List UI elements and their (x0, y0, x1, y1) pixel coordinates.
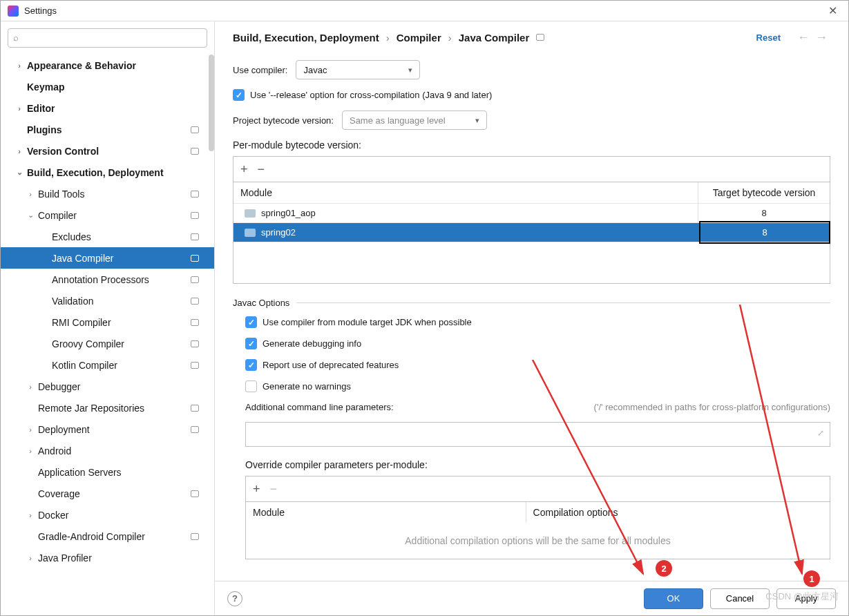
sidebar-item-editor[interactable]: ›Editor (1, 97, 214, 119)
release-label: Use '--release' option for cross-compila… (250, 90, 492, 100)
add-icon[interactable]: + (253, 482, 260, 497)
module-badge-icon (191, 340, 199, 347)
sidebar-item-plugins[interactable]: Plugins (1, 119, 214, 140)
target-version-cell[interactable]: 8 (698, 203, 830, 223)
override-label: Override compiler parameters per-module: (245, 459, 830, 470)
opt-module-jdk-checkbox[interactable]: ✓ (245, 316, 257, 328)
sidebar-item-label: Validation (52, 296, 93, 307)
sidebar-item-gradle-android-compiler[interactable]: Gradle-Android Compiler (1, 526, 214, 547)
back-icon[interactable]: ← (794, 30, 812, 45)
forward-icon[interactable]: → (812, 30, 830, 45)
sidebar-item-label: Java Compiler (52, 253, 113, 264)
sidebar-item-version-control[interactable]: ›Version Control (1, 140, 214, 162)
sidebar-item-label: Annotation Processors (52, 274, 149, 285)
sidebar-item-build-execution-deployment[interactable]: ⌄Build, Execution, Deployment (1, 162, 214, 183)
sidebar-item-java-profiler[interactable]: ›Java Profiler (1, 547, 214, 568)
project-bytecode-dropdown[interactable]: Same as language level ▾ (342, 110, 487, 130)
settings-tree: ›Appearance & BehaviorKeymap›EditorPlugi… (1, 55, 214, 615)
sidebar-item-label: Version Control (27, 146, 99, 157)
chevron-icon: › (15, 104, 24, 113)
sidebar-item-label: Appearance & Behavior (27, 60, 136, 71)
opt-no-warnings-checkbox[interactable] (245, 381, 257, 392)
search-input[interactable] (8, 28, 207, 48)
col-target[interactable]: Target bytecode version (698, 182, 830, 203)
breadcrumb: Build, Execution, Deployment › Compiler … (233, 32, 756, 44)
sidebar-item-deployment[interactable]: ›Deployment (1, 418, 214, 440)
sidebar-item-label: Deployment (38, 424, 90, 435)
sidebar-item-validation[interactable]: Validation (1, 290, 214, 311)
expand-icon[interactable]: ⤢ (817, 428, 824, 438)
module-badge-icon (191, 298, 199, 305)
crumb-java-compiler: Java Compiler (459, 32, 530, 44)
additional-params-input[interactable]: ⤢ (245, 422, 830, 447)
cancel-button[interactable]: Cancel (710, 588, 770, 609)
additional-params-hint: ('/' recommended in paths for cross-plat… (594, 402, 830, 412)
module-badge-icon (191, 255, 199, 262)
sidebar-item-java-compiler[interactable]: Java Compiler (1, 247, 214, 269)
module-badge-icon (191, 490, 199, 497)
sidebar-item-annotation-processors[interactable]: Annotation Processors (1, 269, 214, 290)
chevron-icon: › (15, 61, 24, 70)
table-row[interactable]: spring028 (233, 222, 830, 242)
ok-button[interactable]: OK (644, 588, 703, 609)
sidebar-item-excludes[interactable]: Excludes (1, 226, 214, 247)
use-compiler-dropdown[interactable]: Javac ▾ (296, 60, 420, 79)
sidebar-item-groovy-compiler[interactable]: Groovy Compiler (1, 333, 214, 354)
sidebar-item-label: Docker (38, 510, 68, 521)
sidebar-item-label: Remote Jar Repositories (38, 403, 144, 414)
titlebar: Settings ✕ (1, 1, 848, 21)
folder-icon (245, 209, 256, 218)
sidebar-item-label: Debugger (38, 381, 81, 392)
table-row[interactable]: spring01_aop8 (233, 203, 830, 222)
remove-icon[interactable]: − (258, 162, 265, 177)
divider (296, 302, 830, 303)
crumb-compiler[interactable]: Compiler (397, 32, 441, 44)
opt-module-jdk-label: Use compiler from module target JDK when… (263, 317, 472, 327)
chevron-icon: › (26, 190, 35, 198)
sidebar-item-coverage[interactable]: Coverage (1, 483, 214, 504)
close-icon[interactable]: ✕ (824, 4, 841, 17)
opt-deprecated-checkbox[interactable]: ✓ (245, 359, 257, 371)
col-module[interactable]: Module (233, 182, 698, 203)
sidebar-item-rmi-compiler[interactable]: RMI Compiler (1, 311, 214, 333)
module-name: spring01_aop (261, 208, 316, 218)
col-override-module[interactable]: Module (246, 502, 526, 523)
app-icon (8, 6, 19, 17)
release-checkbox[interactable]: ✓ (233, 89, 245, 101)
sidebar-item-label: Android (38, 445, 71, 456)
module-badge-icon (191, 233, 199, 240)
help-icon[interactable]: ? (227, 591, 242, 606)
sidebar-item-label: Keymap (27, 81, 64, 93)
sidebar-item-remote-jar-repositories[interactable]: Remote Jar Repositories (1, 397, 214, 418)
sidebar-item-label: Editor (27, 103, 55, 114)
sidebar-item-application-servers[interactable]: Application Servers (1, 461, 214, 483)
use-compiler-label: Use compiler: (233, 65, 287, 75)
opt-debug-checkbox[interactable]: ✓ (245, 338, 257, 349)
chevron-down-icon: ▾ (408, 66, 412, 75)
sidebar-item-build-tools[interactable]: ›Build Tools (1, 183, 214, 204)
per-module-table: + − Module Target bytecode version sprin… (233, 156, 830, 284)
reset-link[interactable]: Reset (756, 32, 781, 43)
sidebar-item-debugger[interactable]: ›Debugger (1, 376, 214, 397)
crumb-build[interactable]: Build, Execution, Deployment (233, 32, 379, 44)
sidebar-item-docker[interactable]: ›Docker (1, 504, 214, 526)
sidebar-item-android[interactable]: ›Android (1, 440, 214, 461)
sidebar-item-keymap[interactable]: Keymap (1, 76, 214, 97)
sidebar-item-compiler[interactable]: ⌄Compiler (1, 204, 214, 226)
col-override-options[interactable]: Compilation options (526, 502, 830, 523)
add-icon[interactable]: + (240, 162, 248, 177)
sidebar-item-appearance-behavior[interactable]: ›Appearance & Behavior (1, 55, 214, 76)
additional-params-label: Additional command line parameters: (245, 402, 394, 412)
project-bytecode-value: Same as language level (350, 115, 446, 126)
remove-icon[interactable]: − (270, 482, 278, 497)
chevron-down-icon: ▾ (475, 116, 479, 125)
module-badge-icon (191, 319, 199, 326)
opt-no-warnings-label: Generate no warnings (263, 381, 351, 392)
sidebar-item-label: Excludes (52, 231, 91, 242)
sidebar-item-label: Java Profiler (38, 552, 92, 564)
apply-button[interactable]: Apply (776, 588, 836, 609)
sidebar: ⌕ ›Appearance & BehaviorKeymap›EditorPlu… (1, 21, 215, 615)
sidebar-item-kotlin-compiler[interactable]: Kotlin Compiler (1, 354, 214, 376)
sidebar-item-label: Gradle-Android Compiler (38, 531, 145, 542)
target-version-cell[interactable]: 8 (699, 221, 830, 244)
